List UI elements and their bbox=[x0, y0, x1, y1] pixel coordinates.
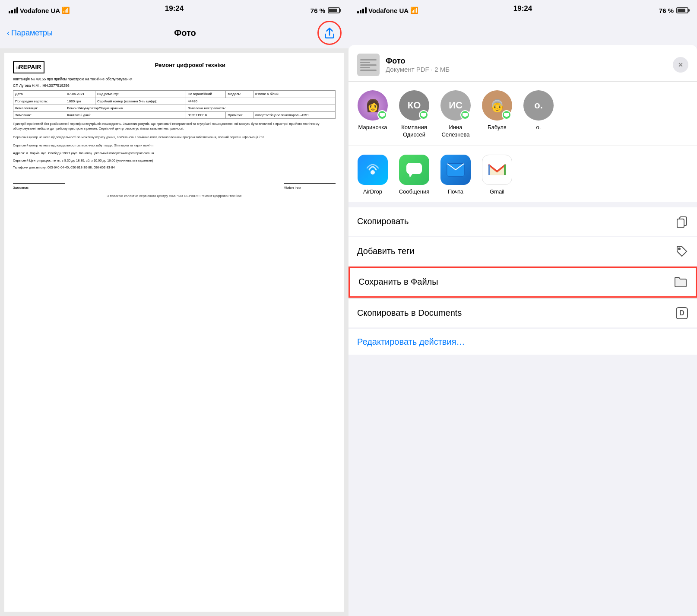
action-tags[interactable]: Добавить теги bbox=[348, 237, 697, 266]
messages-icon bbox=[399, 155, 429, 185]
document-view: iiREPAIR Ремонт цифрової техніки Квитанц… bbox=[0, 48, 348, 616]
svg-marker-8 bbox=[505, 116, 508, 117]
contact-badge-inna bbox=[460, 110, 470, 120]
app-gmail[interactable]: Gmail bbox=[480, 155, 514, 195]
contacts-value: 0999119116 bbox=[186, 111, 226, 118]
doc-address: Адреса: м. Харків, вул. Свободи 19/21 (в… bbox=[13, 151, 336, 156]
doc-info-table: Дата 07.06.2021 Вид ремонту: Не гарантій… bbox=[13, 90, 336, 119]
date-label: Дата bbox=[13, 91, 65, 98]
svg-marker-6 bbox=[463, 116, 467, 117]
time-right: 19:24 bbox=[513, 4, 532, 13]
battery-fill-left bbox=[329, 9, 337, 12]
svg-rect-7 bbox=[504, 113, 509, 116]
tag-icon bbox=[675, 245, 688, 258]
doc-main-title-area: Ремонт цифрової техніки bbox=[44, 61, 336, 72]
close-button[interactable]: × bbox=[673, 57, 688, 73]
contact-name-kompania: Компания Одиссей bbox=[397, 124, 431, 139]
status-bar-left: Vodafone UA 📶 19:24 76 % bbox=[0, 0, 348, 19]
thumb-line-3 bbox=[360, 64, 377, 66]
app-name-mail: Почта bbox=[448, 188, 463, 195]
signal-icon bbox=[9, 7, 18, 13]
app-mail[interactable]: Почта bbox=[438, 155, 473, 195]
svg-point-9 bbox=[371, 170, 375, 175]
carrier-left: Vodafone UA 📶 bbox=[9, 6, 70, 14]
carrier-name-right: Vodafone UA bbox=[368, 7, 409, 14]
contact-more[interactable]: о. о. bbox=[521, 90, 556, 139]
action-copy-documents[interactable]: Скопировать в Documents D bbox=[348, 298, 697, 327]
doc-inn: СП Лугова Н.М., ІНН:3077519256 bbox=[13, 83, 336, 89]
app-name-gmail: Gmail bbox=[490, 188, 504, 195]
share-meta: Документ PDF · 2 МБ bbox=[386, 66, 673, 73]
serial-label: Серійний номер (остання 5-ть цифр): bbox=[95, 98, 186, 105]
svg-rect-1 bbox=[380, 113, 385, 116]
contact-name-inna: Инна Селезнева bbox=[438, 124, 473, 139]
serial-value: 44480 bbox=[186, 98, 335, 105]
contact-marinocha[interactable]: 👩 Мариночка bbox=[355, 90, 390, 139]
svg-point-21 bbox=[678, 248, 680, 250]
app-messages[interactable]: Сообщения bbox=[397, 155, 431, 195]
avatar-marinocha: 👩 bbox=[358, 90, 388, 121]
share-sheet-header: Фото Документ PDF · 2 МБ × bbox=[348, 45, 697, 82]
mail-svg bbox=[447, 163, 465, 177]
back-button[interactable]: ‹ Параметры bbox=[7, 29, 53, 38]
model-value: iPhone 6 білий bbox=[253, 91, 335, 98]
svg-rect-3 bbox=[421, 113, 426, 116]
documents-icon: D bbox=[675, 307, 688, 320]
svg-rect-10 bbox=[406, 163, 422, 174]
doc-body-text1: Пристрій прийнятий без розбирання і пере… bbox=[13, 121, 336, 131]
battery-fill-right bbox=[678, 9, 685, 12]
mail-icon bbox=[440, 155, 471, 185]
carrier-right: Vodafone UA 📶 bbox=[357, 6, 418, 14]
doc-signatures: Замовник Філіон Ігор bbox=[13, 183, 336, 190]
svg-rect-20 bbox=[677, 219, 684, 228]
avatar-initials-inna: ИС bbox=[449, 100, 463, 111]
thumb-line-5 bbox=[360, 70, 377, 71]
thumb-line-2 bbox=[360, 62, 370, 63]
signal-icon-right bbox=[357, 7, 367, 13]
prev-cost-value: 1000 грн bbox=[65, 98, 95, 105]
date-value: 07.06.2021 bbox=[65, 91, 95, 98]
contact-name-more: о. bbox=[536, 124, 541, 131]
signature-right: Філіон Ігор bbox=[284, 183, 336, 190]
contacts-row: 👩 Мариночка КО bbox=[348, 82, 697, 146]
chevron-left-icon: ‹ bbox=[7, 29, 10, 38]
share-filename: Фото bbox=[386, 57, 673, 66]
notes-value: потертості/царапини/пароль 4991 bbox=[253, 111, 335, 118]
contact-babula[interactable]: 👵 Бабуля bbox=[480, 90, 514, 139]
message-badge-icon bbox=[380, 113, 385, 117]
action-save-files[interactable]: Сохранить в Файлы bbox=[348, 267, 697, 298]
app-name-messages: Сообщения bbox=[399, 188, 430, 195]
avatar-initials-marinocha: 👩 bbox=[365, 98, 380, 113]
avatar-inna: ИС bbox=[440, 90, 471, 121]
battery-area-left: 76 % bbox=[310, 7, 340, 14]
apps-row: AirDrop Сообщения bbox=[348, 146, 697, 202]
doc-work-hours: Сервісний Центр працює: пн-пт. з 9.30 до… bbox=[13, 159, 336, 163]
avatar-initials-babula: 👵 bbox=[490, 98, 505, 113]
edit-actions-link[interactable]: Редактировать действия… bbox=[348, 329, 697, 355]
share-button[interactable] bbox=[317, 21, 342, 45]
avatar-initials-kompania: КО bbox=[408, 100, 421, 111]
svg-rect-5 bbox=[463, 113, 468, 116]
prev-cost-label: Попередня вартість: bbox=[13, 98, 65, 105]
battery-icon-left bbox=[328, 7, 340, 13]
thumb-line-1 bbox=[360, 59, 377, 60]
contact-kompania[interactable]: КО Компания Одиссей bbox=[397, 90, 431, 139]
app-airdrop[interactable]: AirDrop bbox=[355, 155, 390, 195]
svg-marker-11 bbox=[409, 174, 412, 178]
action-copy[interactable]: Скопировать bbox=[348, 207, 697, 236]
svg-marker-4 bbox=[422, 116, 425, 117]
carrier-name-left: Vodafone UA bbox=[20, 7, 60, 14]
wifi-icon-left: 📶 bbox=[62, 6, 70, 14]
gmail-svg bbox=[488, 163, 507, 177]
time-left: 19:24 bbox=[165, 4, 184, 13]
repair-type-label: Вид ремонту: bbox=[95, 91, 186, 98]
doc-logo: iiREPAIR bbox=[13, 61, 44, 73]
contact-inna[interactable]: ИС Инна Селезнева bbox=[438, 90, 473, 139]
action-save-files-label: Сохранить в Файлы bbox=[358, 277, 438, 287]
share-icon bbox=[323, 26, 336, 40]
battery-pct-right: 76 % bbox=[659, 7, 674, 14]
contact-name-babula: Бабуля bbox=[488, 124, 507, 131]
status-bar-right: Vodafone UA 📶 19:24 76 % bbox=[348, 0, 697, 19]
contact-badge-babula bbox=[502, 110, 511, 120]
avatar-kompania: КО bbox=[399, 90, 429, 121]
